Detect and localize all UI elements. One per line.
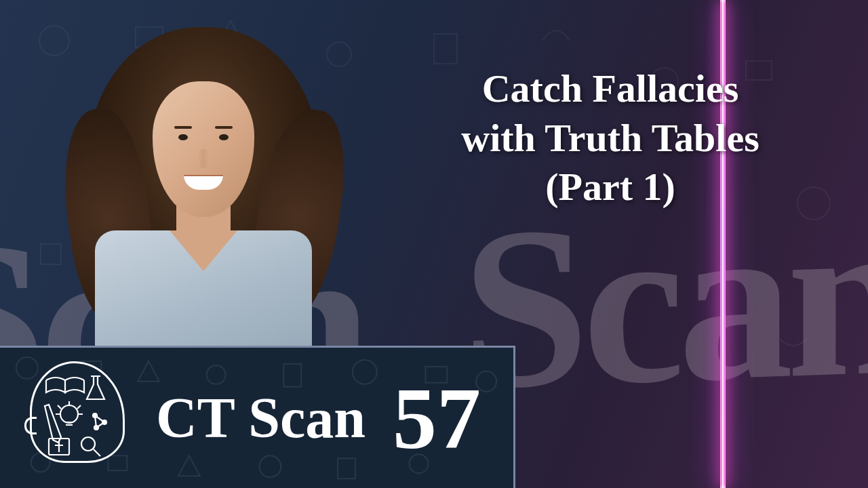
series-logo-icon	[20, 357, 136, 479]
svg-rect-18	[338, 458, 355, 479]
svg-rect-3	[434, 34, 457, 64]
svg-point-10	[207, 365, 226, 384]
series-name-label: CT Scan	[156, 385, 366, 451]
title-line-2: with Truth Tables	[393, 114, 827, 163]
svg-point-12	[353, 360, 377, 384]
series-lower-third: CT Scan 57	[0, 346, 515, 488]
svg-rect-11	[283, 364, 301, 387]
svg-point-25	[81, 437, 95, 451]
presenter-portrait	[41, 20, 366, 386]
title-line-1: Catch Fallacies	[393, 64, 827, 114]
svg-point-20	[60, 405, 78, 423]
episode-number: 57	[393, 374, 481, 462]
title-line-3: (Part 1)	[393, 163, 827, 212]
svg-point-17	[259, 455, 281, 477]
episode-title: Catch Fallacies with Truth Tables (Part …	[393, 64, 827, 212]
